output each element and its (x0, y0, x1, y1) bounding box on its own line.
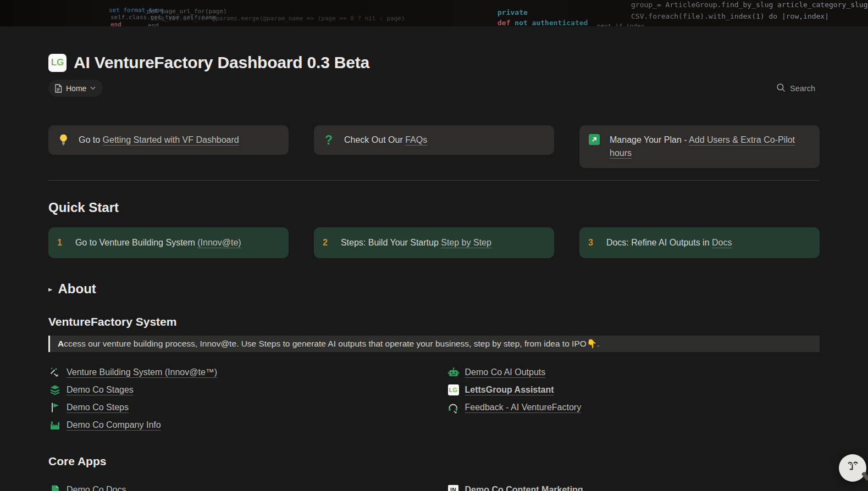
page-link[interactable]: Demo Co Content Marketing (465, 485, 583, 491)
search-button[interactable]: Search (776, 83, 820, 94)
code-line: end (110, 21, 121, 26)
code-line: next if index (597, 23, 644, 26)
nav-row: Home Search (48, 80, 820, 97)
home-button-label: Home (66, 84, 86, 93)
links-left-column: Venture Building System (Innov@te™) Demo… (48, 364, 422, 434)
step-text: Go to Venture Building System (Innov@te) (75, 236, 241, 249)
getting-started-link[interactable]: Getting Started with VF Dashboard (103, 135, 239, 144)
page-link[interactable]: Feedback - AI VentureFactory (465, 403, 582, 412)
page-body: LG AI VentureFactory Dashboard 0.3 Beta … (48, 53, 820, 491)
callout-manage-plan[interactable]: Manage Your Plan - Add Users & Extra Co-… (579, 125, 820, 168)
code-line: private (497, 8, 528, 16)
title-row: LG AI VentureFactory Dashboard 0.3 Beta (48, 53, 820, 72)
page-link[interactable]: Demo Co Stages (67, 385, 134, 395)
arrow-up-right-icon (588, 133, 600, 160)
lightbulb-icon (57, 133, 69, 147)
page-link[interactable]: LettsGroup Assistant (465, 385, 554, 395)
page-link[interactable]: Venture Building System (Innov@te™) (67, 367, 217, 377)
quick-start-card-1[interactable]: 1 Go to Venture Building System (Innov@t… (48, 227, 289, 258)
page-link[interactable]: Demo Co AI Outputs (465, 367, 546, 377)
core-apps-grid: Demo Co Docs IN Demo Co Content Marketin… (48, 481, 820, 491)
cover-image: set format_type self.class.get_type self… (0, 0, 868, 26)
assistant-face-icon (844, 458, 861, 478)
robot-icon (447, 367, 460, 378)
code-line: def not authenticated (497, 19, 588, 26)
page-link[interactable]: Demo Co Company Info (67, 420, 161, 430)
quick-start-card-2[interactable]: 2 Steps: Build Your Startup Step by Step (314, 227, 554, 258)
faqs-link[interactable]: FAQs (405, 135, 427, 144)
page-title: AI VentureFactory Dashboard 0.3 Beta (74, 53, 369, 72)
page-link[interactable]: Demo Co Docs (67, 485, 126, 491)
links-right-column: IN Demo Co Content Marketing (447, 481, 820, 491)
about-heading: About (58, 281, 96, 297)
core-apps-heading: Core Apps (48, 454, 820, 469)
callout-text: Check Out Our FAQs (344, 133, 427, 147)
code-line: set format_type (109, 7, 163, 14)
links-right-column: Demo Co AI Outputs LG LettsGroup Assista… (447, 364, 820, 434)
toggle-triangle-icon[interactable]: ▸ (48, 286, 53, 293)
step-number: 3 (588, 236, 593, 249)
in-logo-icon: IN (447, 485, 460, 491)
chevron-down-icon (90, 86, 96, 90)
code-line: def page_url_for(page) (147, 8, 227, 15)
code-line: end (148, 22, 159, 26)
step-by-step-link[interactable]: Step by Step (441, 238, 491, 247)
innovate-link[interactable]: (Innov@te) (197, 238, 241, 247)
callout-text: Go to Getting Started with VF Dashboard (79, 133, 239, 147)
link-row-stages[interactable]: Demo Co Stages (48, 381, 422, 399)
divider (48, 180, 820, 181)
callout-faqs[interactable]: ? Check Out Our FAQs (314, 125, 554, 155)
link-row-ai-outputs[interactable]: Demo Co AI Outputs (447, 364, 820, 381)
code-line: CSV.foreach(file).with_index(1) do |row,… (631, 12, 829, 20)
step-text: Docs: Refine AI Outputs in Docs (606, 236, 732, 249)
code-line: self.class.get_type self.name (110, 14, 216, 21)
search-label: Search (790, 84, 815, 93)
link-row-company-info[interactable]: Demo Co Company Info (48, 416, 422, 434)
step-number: 1 (57, 236, 62, 249)
link-row-feedback[interactable]: Feedback - AI VentureFactory (447, 399, 820, 416)
quick-start-card-3[interactable]: 3 Docs: Refine AI Outputs in Docs (579, 227, 820, 258)
step-number: 2 (323, 236, 328, 249)
pencil-icon (861, 472, 868, 481)
quick-start-heading: Quick Start (48, 199, 820, 216)
search-icon (776, 83, 786, 94)
link-row-venture-building[interactable]: Venture Building System (Innov@te™) (48, 364, 422, 381)
quick-start-row: 1 Go to Venture Building System (Innov@t… (48, 227, 820, 258)
assistant-button[interactable] (839, 454, 866, 482)
magic-wand-icon (48, 366, 62, 378)
page-icon (54, 84, 62, 93)
home-button[interactable]: Home (48, 80, 103, 97)
code-line: link_to(.url_for @params.merge(@param_na… (150, 15, 405, 22)
links-left-column: Demo Co Docs (48, 481, 422, 491)
workspace-logo-icon: LG (48, 54, 67, 72)
document-icon (48, 485, 62, 491)
layers-stack-icon (48, 384, 62, 395)
question-mark-icon: ? (323, 133, 335, 147)
vf-system-heading: VentureFactory System (48, 314, 820, 330)
point-down-emoji: 👇 (587, 339, 597, 349)
callout-getting-started[interactable]: Go to Getting Started with VF Dashboard (48, 125, 289, 155)
quote-block: Access our venture building process, Inn… (48, 336, 820, 352)
lg-logo-icon: LG (447, 384, 460, 395)
vf-links-grid: Venture Building System (Innov@te™) Demo… (48, 364, 820, 434)
link-row-lettsgroup-assistant[interactable]: LG LettsGroup Assistant (447, 381, 820, 399)
page-link[interactable]: Demo Co Steps (67, 403, 129, 412)
link-row-docs[interactable]: Demo Co Docs (48, 481, 422, 491)
about-toggle[interactable]: ▸ About (48, 281, 820, 297)
headset-icon (447, 402, 460, 414)
callouts-row: Go to Getting Started with VF Dashboard … (48, 125, 820, 168)
flag-icon (48, 402, 62, 413)
link-row-content-marketing[interactable]: IN Demo Co Content Marketing (447, 481, 820, 491)
docs-link[interactable]: Docs (712, 238, 732, 247)
link-row-steps[interactable]: Demo Co Steps (48, 399, 422, 416)
callout-text: Manage Your Plan - Add Users & Extra Co-… (610, 133, 811, 160)
code-line: group_= ArticleGroup.find_by_slug articl… (631, 1, 867, 9)
step-text: Steps: Build Your Startup Step by Step (341, 236, 491, 249)
factory-icon (48, 420, 62, 431)
